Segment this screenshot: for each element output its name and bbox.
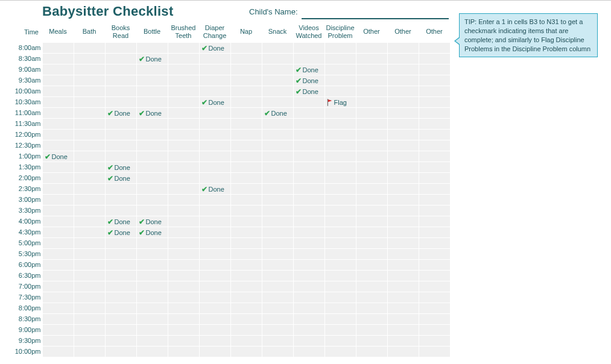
grid-cell[interactable]	[419, 96, 450, 107]
grid-cell[interactable]	[419, 75, 450, 86]
grid-cell[interactable]	[42, 75, 74, 86]
grid-cell[interactable]	[293, 324, 324, 335]
grid-cell[interactable]	[324, 86, 356, 96]
grid-cell[interactable]	[42, 346, 74, 357]
grid-cell[interactable]	[324, 183, 356, 194]
grid-cell[interactable]	[136, 96, 168, 107]
grid-cell[interactable]	[387, 237, 419, 248]
grid-cell[interactable]	[324, 129, 356, 140]
grid-cell[interactable]	[293, 303, 324, 313]
grid-cell[interactable]	[136, 259, 168, 270]
grid-cell[interactable]	[387, 96, 419, 107]
grid-cell[interactable]	[42, 281, 74, 292]
grid-cell[interactable]	[262, 205, 293, 216]
grid-cell[interactable]	[356, 183, 387, 194]
grid-cell[interactable]	[262, 303, 293, 313]
grid-cell[interactable]	[324, 303, 356, 313]
grid-cell[interactable]	[419, 118, 450, 129]
grid-cell[interactable]	[293, 292, 324, 303]
grid-cell[interactable]	[324, 64, 356, 75]
grid-cell[interactable]	[356, 259, 387, 270]
grid-cell[interactable]	[356, 75, 387, 86]
grid-cell[interactable]	[293, 53, 324, 64]
grid-cell[interactable]	[136, 162, 168, 172]
grid-cell[interactable]	[136, 346, 168, 357]
grid-cell[interactable]	[419, 129, 450, 140]
grid-cell[interactable]: ✔Done	[105, 107, 136, 118]
grid-cell[interactable]	[42, 183, 74, 194]
grid-cell[interactable]: ✔Done	[293, 86, 324, 96]
grid-cell[interactable]	[199, 64, 230, 75]
grid-cell[interactable]	[136, 42, 168, 53]
grid-cell[interactable]	[42, 64, 74, 75]
grid-cell[interactable]	[356, 162, 387, 172]
grid-cell[interactable]	[199, 346, 230, 357]
grid-cell[interactable]	[387, 205, 419, 216]
grid-cell[interactable]	[324, 53, 356, 64]
grid-cell[interactable]	[293, 335, 324, 346]
grid-cell[interactable]	[356, 194, 387, 205]
grid-cell[interactable]	[168, 270, 199, 281]
grid-cell[interactable]	[136, 64, 168, 75]
grid-cell[interactable]	[324, 162, 356, 172]
grid-cell[interactable]	[74, 270, 105, 281]
grid-cell[interactable]	[293, 172, 324, 183]
grid-cell[interactable]	[293, 42, 324, 53]
grid-cell[interactable]	[387, 194, 419, 205]
grid-cell[interactable]	[387, 270, 419, 281]
grid-cell[interactable]	[262, 129, 293, 140]
grid-cell[interactable]	[356, 248, 387, 259]
grid-cell[interactable]	[168, 162, 199, 172]
grid-cell[interactable]	[419, 53, 450, 64]
grid-cell[interactable]	[105, 86, 136, 96]
grid-cell[interactable]	[356, 216, 387, 227]
grid-cell[interactable]	[419, 140, 450, 151]
grid-cell[interactable]	[136, 205, 168, 216]
grid-cell[interactable]	[387, 86, 419, 96]
grid-cell[interactable]	[42, 140, 74, 151]
grid-cell[interactable]	[356, 270, 387, 281]
grid-cell[interactable]	[230, 313, 262, 324]
grid-cell[interactable]	[293, 162, 324, 172]
grid-cell[interactable]	[74, 259, 105, 270]
grid-cell[interactable]	[293, 194, 324, 205]
grid-cell[interactable]: ✔Done	[199, 42, 230, 53]
grid-cell[interactable]	[324, 227, 356, 237]
grid-cell[interactable]	[42, 162, 74, 172]
grid-cell[interactable]	[168, 205, 199, 216]
grid-cell[interactable]	[199, 335, 230, 346]
grid-cell[interactable]	[262, 75, 293, 86]
grid-cell[interactable]	[230, 162, 262, 172]
grid-cell[interactable]	[262, 335, 293, 346]
grid-cell[interactable]	[199, 151, 230, 162]
grid-cell[interactable]	[42, 237, 74, 248]
grid-cell[interactable]	[168, 292, 199, 303]
grid-cell[interactable]	[356, 313, 387, 324]
grid-cell[interactable]	[74, 96, 105, 107]
grid-cell[interactable]	[168, 248, 199, 259]
grid-cell[interactable]	[419, 42, 450, 53]
grid-cell[interactable]	[419, 292, 450, 303]
grid-cell[interactable]	[262, 96, 293, 107]
grid-cell[interactable]	[230, 281, 262, 292]
grid-cell[interactable]	[230, 42, 262, 53]
grid-cell[interactable]	[387, 303, 419, 313]
grid-cell[interactable]	[74, 227, 105, 237]
grid-cell[interactable]	[230, 86, 262, 96]
grid-cell[interactable]	[230, 346, 262, 357]
grid-cell[interactable]	[199, 259, 230, 270]
grid-cell[interactable]	[324, 313, 356, 324]
grid-cell[interactable]	[387, 292, 419, 303]
grid-cell[interactable]	[324, 75, 356, 86]
grid-cell[interactable]	[419, 335, 450, 346]
grid-cell[interactable]	[356, 172, 387, 183]
grid-cell[interactable]	[136, 281, 168, 292]
grid-cell[interactable]	[262, 248, 293, 259]
grid-cell[interactable]	[387, 313, 419, 324]
grid-cell[interactable]	[293, 151, 324, 162]
grid-cell[interactable]	[199, 303, 230, 313]
grid-cell[interactable]	[262, 270, 293, 281]
grid-cell[interactable]	[230, 335, 262, 346]
grid-cell[interactable]	[42, 96, 74, 107]
grid-cell[interactable]	[356, 324, 387, 335]
